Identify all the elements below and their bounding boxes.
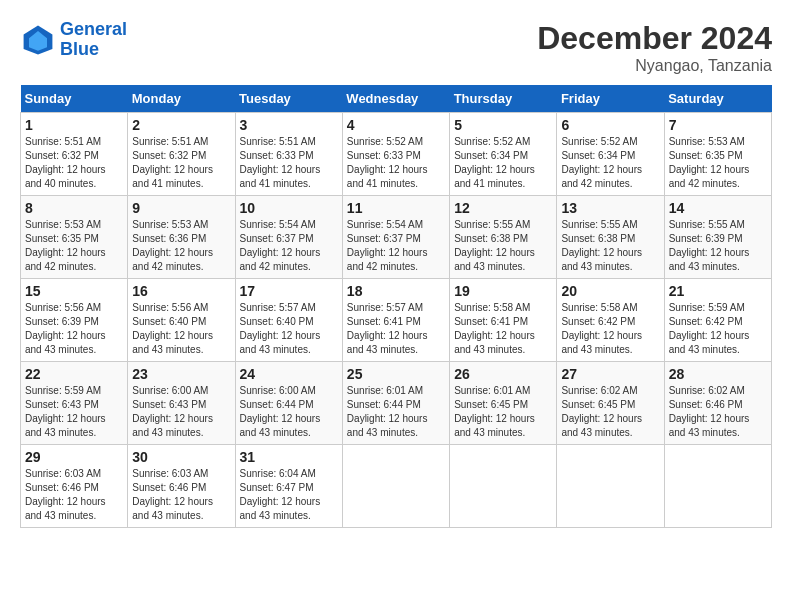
day-info: Sunrise: 5:51 AM Sunset: 6:33 PM Dayligh…	[240, 135, 338, 191]
day-number: 11	[347, 200, 445, 216]
table-row: 19 Sunrise: 5:58 AM Sunset: 6:41 PM Dayl…	[450, 279, 557, 362]
day-number: 13	[561, 200, 659, 216]
table-row: 4 Sunrise: 5:52 AM Sunset: 6:33 PM Dayli…	[342, 113, 449, 196]
table-row: 12 Sunrise: 5:55 AM Sunset: 6:38 PM Dayl…	[450, 196, 557, 279]
day-number: 6	[561, 117, 659, 133]
day-number: 9	[132, 200, 230, 216]
day-number: 1	[25, 117, 123, 133]
day-info: Sunrise: 5:59 AM Sunset: 6:42 PM Dayligh…	[669, 301, 767, 357]
day-info: Sunrise: 5:57 AM Sunset: 6:41 PM Dayligh…	[347, 301, 445, 357]
col-friday: Friday	[557, 85, 664, 113]
table-row: 23 Sunrise: 6:00 AM Sunset: 6:43 PM Dayl…	[128, 362, 235, 445]
day-info: Sunrise: 5:57 AM Sunset: 6:40 PM Dayligh…	[240, 301, 338, 357]
day-info: Sunrise: 5:53 AM Sunset: 6:35 PM Dayligh…	[25, 218, 123, 274]
day-number: 24	[240, 366, 338, 382]
day-info: Sunrise: 6:02 AM Sunset: 6:45 PM Dayligh…	[561, 384, 659, 440]
day-info: Sunrise: 5:53 AM Sunset: 6:36 PM Dayligh…	[132, 218, 230, 274]
table-row: 9 Sunrise: 5:53 AM Sunset: 6:36 PM Dayli…	[128, 196, 235, 279]
day-number: 12	[454, 200, 552, 216]
day-info: Sunrise: 6:03 AM Sunset: 6:46 PM Dayligh…	[132, 467, 230, 523]
day-info: Sunrise: 5:55 AM Sunset: 6:38 PM Dayligh…	[561, 218, 659, 274]
day-info: Sunrise: 5:58 AM Sunset: 6:42 PM Dayligh…	[561, 301, 659, 357]
day-info: Sunrise: 5:52 AM Sunset: 6:34 PM Dayligh…	[454, 135, 552, 191]
calendar-week-row: 15 Sunrise: 5:56 AM Sunset: 6:39 PM Dayl…	[21, 279, 772, 362]
table-row: 2 Sunrise: 5:51 AM Sunset: 6:32 PM Dayli…	[128, 113, 235, 196]
day-info: Sunrise: 5:51 AM Sunset: 6:32 PM Dayligh…	[25, 135, 123, 191]
day-info: Sunrise: 5:59 AM Sunset: 6:43 PM Dayligh…	[25, 384, 123, 440]
col-sunday: Sunday	[21, 85, 128, 113]
calendar-header-row: Sunday Monday Tuesday Wednesday Thursday…	[21, 85, 772, 113]
col-thursday: Thursday	[450, 85, 557, 113]
table-row: 11 Sunrise: 5:54 AM Sunset: 6:37 PM Dayl…	[342, 196, 449, 279]
table-row: 24 Sunrise: 6:00 AM Sunset: 6:44 PM Dayl…	[235, 362, 342, 445]
logo-line2: Blue	[60, 39, 99, 59]
day-number: 8	[25, 200, 123, 216]
day-info: Sunrise: 5:52 AM Sunset: 6:34 PM Dayligh…	[561, 135, 659, 191]
table-row: 29 Sunrise: 6:03 AM Sunset: 6:46 PM Dayl…	[21, 445, 128, 528]
day-info: Sunrise: 5:52 AM Sunset: 6:33 PM Dayligh…	[347, 135, 445, 191]
location-subtitle: Nyangao, Tanzania	[537, 57, 772, 75]
table-row: 25 Sunrise: 6:01 AM Sunset: 6:44 PM Dayl…	[342, 362, 449, 445]
day-info: Sunrise: 6:01 AM Sunset: 6:45 PM Dayligh…	[454, 384, 552, 440]
day-info: Sunrise: 6:00 AM Sunset: 6:43 PM Dayligh…	[132, 384, 230, 440]
day-info: Sunrise: 5:54 AM Sunset: 6:37 PM Dayligh…	[240, 218, 338, 274]
day-number: 20	[561, 283, 659, 299]
day-number: 14	[669, 200, 767, 216]
table-row: 17 Sunrise: 5:57 AM Sunset: 6:40 PM Dayl…	[235, 279, 342, 362]
table-row: 28 Sunrise: 6:02 AM Sunset: 6:46 PM Dayl…	[664, 362, 771, 445]
day-number: 30	[132, 449, 230, 465]
calendar-week-row: 22 Sunrise: 5:59 AM Sunset: 6:43 PM Dayl…	[21, 362, 772, 445]
day-number: 23	[132, 366, 230, 382]
day-number: 18	[347, 283, 445, 299]
calendar-week-row: 8 Sunrise: 5:53 AM Sunset: 6:35 PM Dayli…	[21, 196, 772, 279]
day-info: Sunrise: 6:01 AM Sunset: 6:44 PM Dayligh…	[347, 384, 445, 440]
table-row: 20 Sunrise: 5:58 AM Sunset: 6:42 PM Dayl…	[557, 279, 664, 362]
day-info: Sunrise: 5:55 AM Sunset: 6:39 PM Dayligh…	[669, 218, 767, 274]
table-row: 27 Sunrise: 6:02 AM Sunset: 6:45 PM Dayl…	[557, 362, 664, 445]
table-row: 3 Sunrise: 5:51 AM Sunset: 6:33 PM Dayli…	[235, 113, 342, 196]
day-number: 16	[132, 283, 230, 299]
table-row	[557, 445, 664, 528]
day-number: 4	[347, 117, 445, 133]
day-number: 2	[132, 117, 230, 133]
day-info: Sunrise: 5:55 AM Sunset: 6:38 PM Dayligh…	[454, 218, 552, 274]
logo-line1: General	[60, 19, 127, 39]
day-number: 28	[669, 366, 767, 382]
day-info: Sunrise: 6:03 AM Sunset: 6:46 PM Dayligh…	[25, 467, 123, 523]
calendar-table: Sunday Monday Tuesday Wednesday Thursday…	[20, 85, 772, 528]
table-row: 22 Sunrise: 5:59 AM Sunset: 6:43 PM Dayl…	[21, 362, 128, 445]
day-number: 5	[454, 117, 552, 133]
page-header: General Blue December 2024 Nyangao, Tanz…	[20, 20, 772, 75]
col-saturday: Saturday	[664, 85, 771, 113]
day-info: Sunrise: 5:58 AM Sunset: 6:41 PM Dayligh…	[454, 301, 552, 357]
calendar-week-row: 1 Sunrise: 5:51 AM Sunset: 6:32 PM Dayli…	[21, 113, 772, 196]
day-number: 22	[25, 366, 123, 382]
table-row: 5 Sunrise: 5:52 AM Sunset: 6:34 PM Dayli…	[450, 113, 557, 196]
table-row: 6 Sunrise: 5:52 AM Sunset: 6:34 PM Dayli…	[557, 113, 664, 196]
day-info: Sunrise: 6:00 AM Sunset: 6:44 PM Dayligh…	[240, 384, 338, 440]
day-info: Sunrise: 5:53 AM Sunset: 6:35 PM Dayligh…	[669, 135, 767, 191]
day-info: Sunrise: 5:56 AM Sunset: 6:39 PM Dayligh…	[25, 301, 123, 357]
day-number: 15	[25, 283, 123, 299]
table-row: 13 Sunrise: 5:55 AM Sunset: 6:38 PM Dayl…	[557, 196, 664, 279]
logo: General Blue	[20, 20, 127, 60]
day-number: 27	[561, 366, 659, 382]
col-tuesday: Tuesday	[235, 85, 342, 113]
table-row: 7 Sunrise: 5:53 AM Sunset: 6:35 PM Dayli…	[664, 113, 771, 196]
logo-icon	[20, 22, 56, 58]
table-row: 15 Sunrise: 5:56 AM Sunset: 6:39 PM Dayl…	[21, 279, 128, 362]
day-number: 19	[454, 283, 552, 299]
day-number: 26	[454, 366, 552, 382]
day-number: 31	[240, 449, 338, 465]
day-number: 25	[347, 366, 445, 382]
table-row: 21 Sunrise: 5:59 AM Sunset: 6:42 PM Dayl…	[664, 279, 771, 362]
day-info: Sunrise: 5:56 AM Sunset: 6:40 PM Dayligh…	[132, 301, 230, 357]
day-number: 10	[240, 200, 338, 216]
day-number: 17	[240, 283, 338, 299]
table-row: 30 Sunrise: 6:03 AM Sunset: 6:46 PM Dayl…	[128, 445, 235, 528]
table-row: 10 Sunrise: 5:54 AM Sunset: 6:37 PM Dayl…	[235, 196, 342, 279]
table-row: 26 Sunrise: 6:01 AM Sunset: 6:45 PM Dayl…	[450, 362, 557, 445]
title-block: December 2024 Nyangao, Tanzania	[537, 20, 772, 75]
table-row	[664, 445, 771, 528]
col-monday: Monday	[128, 85, 235, 113]
